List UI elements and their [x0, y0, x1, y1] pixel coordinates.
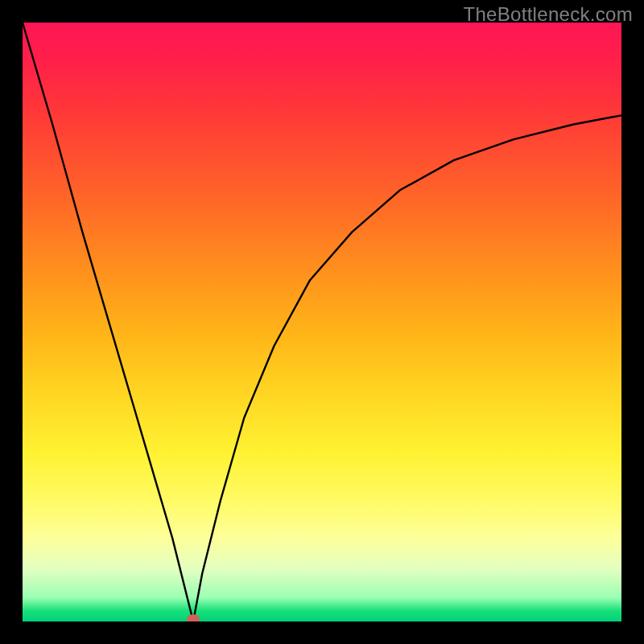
chart-frame: TheBottleneck.com — [0, 0, 644, 644]
bottleneck-curve — [23, 23, 621, 621]
watermark-text: TheBottleneck.com — [463, 3, 633, 26]
optimum-marker — [187, 614, 200, 621]
plot-area — [23, 23, 621, 621]
